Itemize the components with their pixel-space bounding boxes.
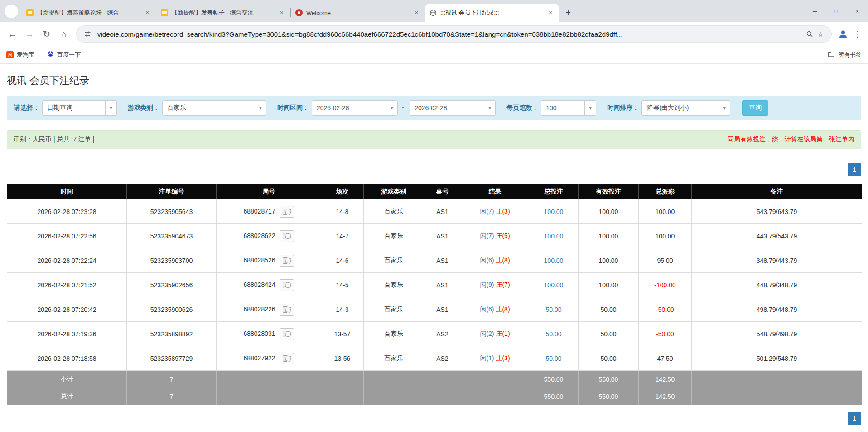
round-result-image-button[interactable]	[280, 255, 294, 267]
total-bet-link[interactable]: 50.00	[545, 330, 561, 338]
pagination-top: 1	[7, 163, 861, 176]
subtotal-label: 小计	[7, 371, 127, 388]
reload-button[interactable]: ↻	[38, 25, 55, 43]
subtotal-valid-bet: 550.00	[579, 371, 639, 388]
cell-round: 688028526	[217, 248, 321, 273]
select-value: 降幂(由大到小)	[642, 104, 719, 112]
cell-total-bet: 100.00	[529, 199, 579, 224]
close-button[interactable]: ×	[847, 0, 868, 22]
select-value: 2026-02-28	[410, 104, 484, 112]
navigation-bar: ← → ↻ ⌂ videoie.com/game/betrecord_searc…	[0, 22, 868, 46]
cell-table: AS1	[424, 199, 461, 224]
url-text[interactable]: videoie.com/game/betrecord_search/kind3?…	[97, 30, 800, 38]
game-type-select[interactable]: 百家乐 ▾	[162, 100, 266, 116]
chevron-down-icon[interactable]: ▾	[584, 101, 596, 115]
new-tab-button[interactable]: +	[562, 6, 574, 19]
chevron-down-icon[interactable]: ▾	[255, 101, 266, 115]
cell-valid-bet: 50.00	[579, 322, 639, 346]
chevron-down-icon[interactable]: ▾	[105, 101, 116, 115]
tab-search-button[interactable]	[5, 5, 18, 18]
round-number: 688028424	[243, 281, 275, 288]
tab-forum-2[interactable]: 【新提醒】发表帖子 - 综合交流 ×	[156, 4, 290, 22]
header-table: 桌号	[424, 184, 461, 199]
date-to-select[interactable]: 2026-02-28 ▾	[410, 100, 496, 116]
round-number: 688028226	[243, 305, 275, 312]
result-player: 闲(6)	[480, 306, 494, 313]
bookmarks-bar: 淘 爱淘宝 百度一下 所有书签	[0, 46, 868, 64]
chevron-down-icon[interactable]: ▾	[719, 101, 730, 115]
round-result-image-button[interactable]	[280, 279, 294, 291]
page-size-select[interactable]: 100 ▾	[541, 100, 596, 116]
page-number-button[interactable]: 1	[848, 163, 861, 176]
table-row: 2026-02-28 07:22:56523235904673688028622…	[7, 224, 862, 248]
cell-bet-id: 523235898892	[127, 322, 217, 346]
sort-order-select[interactable]: 降幂(由大到小) ▾	[641, 100, 730, 116]
back-button[interactable]: ←	[4, 25, 21, 43]
cell-session: 14-3	[321, 297, 364, 322]
cell-payout: 47.50	[639, 346, 692, 371]
cell-note: 543.79/643.79	[692, 199, 862, 224]
cell-payout: -100.00	[639, 273, 692, 297]
all-bookmarks-button[interactable]: 所有书签	[828, 51, 862, 59]
tab-close-icon[interactable]: ×	[412, 9, 420, 17]
query-button[interactable]: 查询	[742, 100, 768, 116]
tab-welcome[interactable]: Welcome ×	[291, 4, 425, 22]
tab-close-icon[interactable]: ×	[546, 9, 555, 17]
query-type-select[interactable]: 日期查询 ▾	[42, 100, 117, 116]
cell-time: 2026-02-28 07:20:42	[7, 297, 127, 322]
tab-bet-record-active[interactable]: :::视讯 会员下注纪录::: ×	[425, 4, 559, 22]
tab-close-icon[interactable]: ×	[143, 9, 151, 17]
result-banker: 庄(3)	[496, 354, 510, 362]
result-banker: 庄(3)	[496, 208, 510, 215]
cell-round: 688028031	[217, 322, 321, 346]
home-button[interactable]: ⌂	[55, 25, 72, 43]
bookmark-taobao[interactable]: 淘 爱淘宝	[6, 51, 34, 59]
maximize-button[interactable]: □	[825, 0, 847, 22]
total-bet-link[interactable]: 100.00	[544, 282, 564, 289]
site-settings-icon[interactable]	[82, 29, 93, 39]
round-result-image-button[interactable]	[280, 304, 294, 316]
tab-forum-1[interactable]: 【新提醒】海燕策略论坛 - 综合 ×	[22, 4, 156, 22]
cell-payout: 95.00	[639, 248, 692, 273]
profile-avatar[interactable]	[835, 26, 851, 42]
round-number: 688027922	[243, 354, 275, 361]
round-number: 688028622	[243, 232, 275, 239]
header-time: 时间	[7, 184, 127, 199]
tab-close-icon[interactable]: ×	[278, 9, 286, 17]
total-bet-link[interactable]: 100.00	[544, 233, 564, 240]
cell-session: 14-6	[321, 248, 364, 273]
round-result-image-button[interactable]	[280, 353, 294, 364]
cell-game-type: 百家乐	[364, 346, 424, 371]
tab-strip: 【新提醒】海燕策略论坛 - 综合 × 【新提醒】发表帖子 - 综合交流 × We…	[0, 0, 868, 22]
cell-note: 548.79/498.79	[692, 322, 862, 346]
cell-note: 498.79/448.79	[692, 297, 862, 322]
total-bet-link[interactable]: 50.00	[545, 355, 561, 362]
globe-icon	[429, 9, 437, 16]
round-result-image-button[interactable]	[280, 328, 294, 340]
total-bet-link[interactable]: 100.00	[544, 208, 564, 215]
total-bet-link[interactable]: 50.00	[545, 306, 561, 313]
address-bar[interactable]: videoie.com/game/betrecord_search/kind3?…	[76, 25, 832, 43]
bookmark-baidu[interactable]: 百度一下	[47, 51, 81, 59]
page-number-button[interactable]: 1	[848, 412, 861, 425]
bookmark-star-icon[interactable]: ☆	[815, 29, 826, 39]
round-number: 688028031	[243, 330, 275, 337]
minimize-button[interactable]: ─	[804, 0, 825, 22]
cell-result: 闲(6) 庄(8)	[461, 248, 529, 273]
cell-payout: -50.00	[639, 297, 692, 322]
date-from-select[interactable]: 2026-02-28 ▾	[312, 100, 398, 116]
cell-game-type: 百家乐	[364, 199, 424, 224]
chevron-down-icon[interactable]: ▾	[484, 101, 495, 115]
cell-round: 688028717	[217, 199, 321, 224]
browser-menu-icon[interactable]: ⋮	[851, 26, 864, 42]
zoom-icon[interactable]	[804, 29, 815, 39]
chevron-down-icon[interactable]: ▾	[386, 101, 397, 115]
table-row: 2026-02-28 07:19:36523235898892688028031…	[7, 322, 862, 346]
forward-button[interactable]: →	[21, 25, 38, 43]
round-result-image-button[interactable]	[280, 230, 294, 242]
total-bet-link[interactable]: 100.00	[544, 257, 564, 264]
cell-time: 2026-02-28 07:21:52	[7, 273, 127, 297]
round-result-image-button[interactable]	[280, 206, 294, 218]
taobao-icon: 淘	[6, 51, 14, 58]
cell-bet-id: 523235904673	[127, 224, 217, 248]
